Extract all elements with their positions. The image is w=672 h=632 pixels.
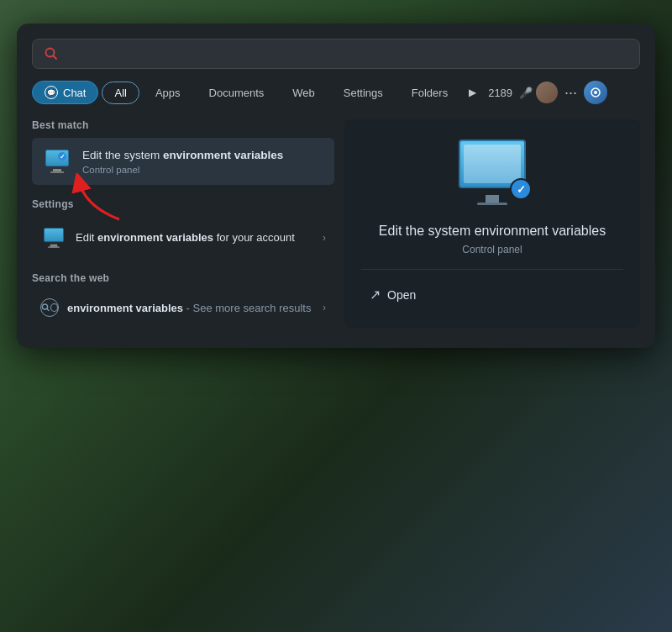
settings-label: Settings: [32, 198, 334, 210]
title-prefix: Edit the system: [82, 149, 163, 161]
tab-apps-label: Apps: [155, 87, 181, 99]
tab-all-label: All: [114, 87, 126, 99]
web-section-label: Search the web: [32, 272, 334, 284]
search-bar[interactable]: environment variables: [32, 39, 640, 69]
web-search-bold: environment variables: [67, 302, 183, 314]
settings-icon: [40, 224, 67, 251]
best-match-item[interactable]: ✓ Edit the system environment variables …: [32, 138, 334, 185]
svg-point-3: [594, 91, 597, 94]
settings-item-text: Edit environment variables for your acco…: [76, 231, 323, 245]
web-search-item[interactable]: environment variables - See more search …: [32, 291, 334, 324]
play-button[interactable]: ▶: [464, 83, 481, 102]
settings-section: Settings Edit environment variables for …: [32, 198, 334, 259]
tab-folders[interactable]: Folders: [399, 82, 460, 104]
tab-web-label: Web: [292, 87, 315, 99]
tabs-row: 💬 Chat All Apps Documents Web Settings F…: [32, 81, 640, 104]
search-icon: [45, 47, 58, 61]
tab-folders-label: Folders: [412, 87, 448, 99]
more-options-button[interactable]: ···: [561, 84, 580, 102]
settings-title-prefix: Edit: [76, 231, 97, 244]
best-match-label: Best match: [32, 119, 334, 131]
result-count: 2189: [488, 87, 512, 99]
control-panel-icon: ✓: [42, 146, 72, 176]
tab-documents[interactable]: Documents: [197, 82, 277, 104]
web-search-icon: [40, 298, 59, 317]
tab-all[interactable]: All: [102, 82, 139, 104]
settings-item-title: Edit environment variables for your acco…: [76, 231, 323, 245]
checkmark-badge: [510, 178, 532, 200]
tab-documents-label: Documents: [209, 87, 265, 99]
tab-apps[interactable]: Apps: [143, 82, 193, 104]
tab-settings[interactable]: Settings: [331, 82, 396, 104]
tab-web[interactable]: Web: [280, 82, 328, 104]
best-match-subtitle: Control panel: [82, 165, 324, 175]
right-panel-subtitle: Control panel: [462, 244, 522, 255]
open-label: Open: [387, 288, 416, 302]
open-icon: ↗: [370, 287, 381, 303]
right-panel-title: Edit the system environment variables: [379, 224, 606, 239]
user-avatar[interactable]: [536, 82, 558, 103]
copilot-button[interactable]: [584, 81, 607, 104]
web-search-text: environment variables - See more search …: [67, 302, 311, 314]
web-search-suffix: - See more search results: [183, 302, 311, 314]
search-input[interactable]: environment variables: [66, 46, 627, 61]
best-match-text: Edit the system environment variables Co…: [82, 148, 324, 175]
web-section: Search the web environment variables - S…: [32, 272, 334, 324]
left-panel: Best match ✓ Edit the: [32, 119, 334, 328]
svg-line-5: [47, 308, 49, 310]
chat-icon: 💬: [45, 86, 58, 99]
svg-line-1: [54, 56, 57, 60]
settings-title-bold: environment variables: [97, 231, 213, 244]
chevron-right-icon: ›: [323, 232, 326, 244]
open-button[interactable]: ↗ Open: [361, 282, 424, 308]
search-panel: environment variables 💬 Chat All Apps Do…: [17, 24, 655, 348]
mic-icon: 🎤: [519, 87, 533, 99]
title-bold: environment variables: [163, 149, 283, 161]
web-chevron-right-icon: ›: [323, 302, 326, 313]
right-panel-divider: [361, 269, 623, 270]
tab-settings-label: Settings: [344, 87, 383, 99]
tab-chat-label: Chat: [63, 87, 86, 99]
right-panel: Edit the system environment variables Co…: [344, 119, 640, 328]
settings-title-suffix: for your account: [213, 231, 295, 244]
settings-env-item[interactable]: Edit environment variables for your acco…: [32, 217, 334, 259]
best-match-title: Edit the system environment variables: [82, 148, 324, 163]
main-content: Best match ✓ Edit the: [32, 119, 640, 328]
large-monitor-icon: [454, 140, 530, 207]
tab-chat[interactable]: 💬 Chat: [32, 81, 98, 104]
